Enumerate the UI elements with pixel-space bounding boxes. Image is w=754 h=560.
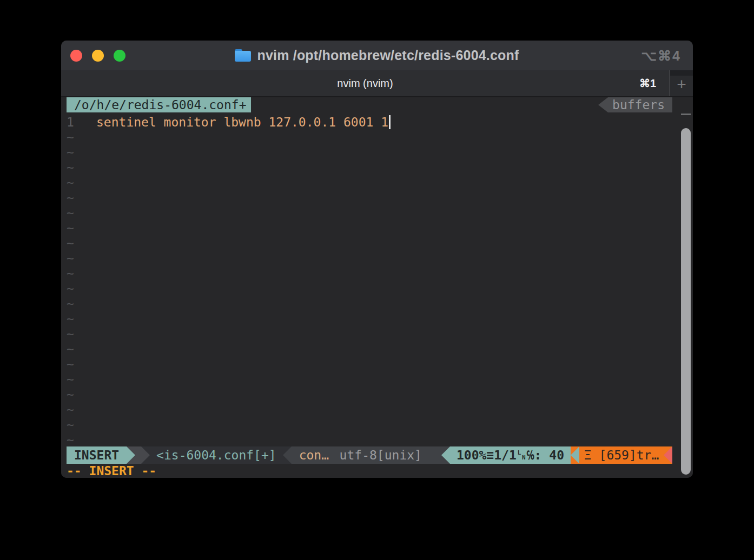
filler-tilde: ~: [67, 130, 693, 145]
filler-lines: ~~~~~~~~~~~~~~~~~~~~~: [67, 130, 693, 446]
statusline-strip: [135, 446, 141, 464]
filler-tilde: ~: [67, 190, 693, 205]
code-text: sentinel monitor lbwnb 127.0.0.1 6001 1: [96, 115, 388, 130]
buffers-label: buffers: [598, 97, 672, 112]
iterm-window: nvim /opt/homebrew/etc/redis-6004.conf ⌥…: [61, 41, 693, 478]
statusline-position: 100%≡1/1LN℅: 40: [450, 446, 571, 464]
powerline-separator: [127, 446, 135, 464]
scrollbar-mark: [681, 114, 691, 115]
filler-tilde: ~: [67, 221, 693, 236]
filler-tilde: ~: [67, 342, 693, 357]
window-shortcut-badge: ⌥⌘4: [641, 48, 681, 64]
minimize-button[interactable]: [92, 50, 104, 62]
new-tab-button[interactable]: +: [669, 70, 693, 96]
filler-tilde: ~: [67, 160, 693, 175]
scrollbar-thumb[interactable]: [681, 128, 691, 475]
progress-percent: 100%: [457, 446, 486, 464]
statusline-mode: INSERT: [67, 446, 127, 464]
filler-tilde: ~: [67, 175, 693, 190]
traffic-lights: [70, 50, 125, 62]
filler-tilde: ~: [67, 402, 693, 417]
powerline-separator: [441, 446, 450, 464]
line-glyph-icon: LN: [518, 450, 526, 460]
column-value: 40: [549, 446, 564, 464]
close-button[interactable]: [70, 50, 82, 62]
text-cursor: [389, 115, 391, 129]
command-line-mode-text: -- INSERT --: [61, 464, 693, 478]
lines-icon: ≡: [486, 446, 494, 464]
powerline-separator: [664, 446, 672, 464]
plus-icon: +: [677, 76, 686, 92]
powerline-separator: [283, 446, 292, 464]
zoom-button[interactable]: [114, 50, 125, 62]
tab-nvim[interactable]: nvim (nvim) ⌘1: [61, 70, 669, 96]
tab-label: nvim (nvim): [337, 77, 393, 90]
tab-shortcut: ⌘1: [639, 77, 656, 90]
filler-tilde: ~: [67, 296, 693, 311]
filler-tilde: ~: [67, 266, 693, 281]
filler-tilde: ~: [67, 205, 693, 221]
statusline-extra: Ξ [659]tr…: [571, 446, 672, 464]
window-titlebar: nvim /opt/homebrew/etc/redis-6004.conf ⌥…: [61, 41, 693, 70]
filler-tilde: ~: [67, 251, 693, 266]
desktop: nvim /opt/homebrew/etc/redis-6004.conf ⌥…: [0, 0, 754, 560]
folder-icon: [235, 49, 251, 62]
filler-tilde: ~: [67, 417, 693, 432]
filler-tilde: ~: [67, 236, 693, 251]
buffer-area[interactable]: 1sentinel monitor lbwnb 127.0.0.1 6001 1…: [61, 115, 693, 446]
statusline: INSERT <is-6004.conf[+] con… utf-8[unix]…: [61, 446, 693, 464]
hamburger-icon: Ξ: [584, 446, 592, 464]
filler-tilde: ~: [67, 145, 693, 160]
nvim-tabline: /o/h/e/redis-6004.conf+ buffers: [61, 97, 693, 115]
statusline-filetype: con…: [299, 446, 329, 464]
filler-tilde: ~: [67, 326, 693, 342]
code-line-1[interactable]: 1sentinel monitor lbwnb 127.0.0.1 6001 1: [67, 115, 693, 130]
filler-tilde: ~: [67, 432, 693, 446]
statusline-encoding: utf-8[unix]: [340, 446, 422, 464]
statusline-middle: con… utf-8[unix]: [292, 446, 441, 464]
powerline-separator: [571, 446, 579, 464]
window-title: nvim /opt/homebrew/etc/redis-6004.conf: [257, 48, 519, 63]
filler-tilde: ~: [67, 311, 693, 326]
powerline-separator: [141, 446, 150, 464]
statusline-extra-text: [659]tr…: [599, 446, 659, 464]
tab-bar: nvim (nvim) ⌘1 +: [61, 70, 693, 97]
filler-tilde: ~: [67, 357, 693, 372]
filler-tilde: ~: [67, 372, 693, 387]
terminal-content: /o/h/e/redis-6004.conf+ buffers 1sentine…: [61, 97, 693, 478]
cursor-fraction: 1/1: [494, 446, 517, 464]
buffer-tab[interactable]: /o/h/e/redis-6004.conf+: [67, 97, 251, 112]
filler-tilde: ~: [67, 281, 693, 296]
statusline-filename: <is-6004.conf[+]: [150, 446, 283, 464]
column-label: ℅:: [527, 446, 542, 464]
line-number: 1: [67, 115, 96, 130]
filler-tilde: ~: [67, 387, 693, 402]
